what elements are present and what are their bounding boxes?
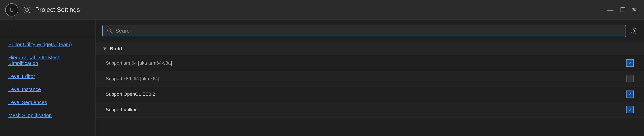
vulkan-checkmark-icon: ✓ xyxy=(628,107,632,113)
search-bar-wrapper xyxy=(102,25,626,37)
build-section-header: ▼ Build xyxy=(96,42,644,55)
search-input[interactable] xyxy=(116,28,622,34)
x86-checkbox[interactable] xyxy=(626,75,634,83)
vulkan-label: Support Vulkan xyxy=(106,107,626,112)
settings-content: ▼ Build Support arm64 [aka arm64-v8a] ✓ … xyxy=(96,42,644,136)
main-layout: ... Editor Utility Widgets (Team) Hierar… xyxy=(0,20,644,136)
sidebar-item-level-instance[interactable]: Level Instance xyxy=(0,83,96,96)
maximize-button[interactable]: ❐ xyxy=(620,7,626,13)
content-area: ▼ Build Support arm64 [aka arm64-v8a] ✓ … xyxy=(96,20,644,136)
opengl-checkbox[interactable]: ✓ xyxy=(626,90,634,98)
title-bar: U Project Settings × — ❐ ✕ xyxy=(0,0,644,20)
settings-row-opengl: Support OpenGL ES3.2 ✓ xyxy=(96,86,644,102)
arm64-checkbox[interactable]: ✓ xyxy=(626,59,634,67)
collapse-arrow-icon[interactable]: ▼ xyxy=(102,46,107,51)
opengl-checkmark-icon: ✓ xyxy=(628,91,632,97)
settings-icon xyxy=(22,5,32,15)
search-bar-container xyxy=(96,20,644,42)
sidebar-item-mesh-simplification[interactable]: Mesh Simplification xyxy=(0,109,96,122)
sidebar: ... Editor Utility Widgets (Team) Hierar… xyxy=(0,20,96,136)
svg-point-2 xyxy=(25,8,28,11)
sidebar-item-editor-utility-widgets[interactable]: Editor Utility Widgets (Team) xyxy=(0,38,96,51)
sidebar-item-top: ... xyxy=(0,23,96,36)
svg-text:U: U xyxy=(10,6,14,13)
minimize-button[interactable]: — xyxy=(608,7,614,13)
sidebar-item-level-sequences[interactable]: Level Sequences xyxy=(0,96,96,109)
arm64-label: Support arm64 [aka arm64-v8a] xyxy=(106,60,626,66)
gear-icon[interactable] xyxy=(629,27,637,35)
opengl-label: Support OpenGL ES3.2 xyxy=(106,91,626,97)
svg-point-5 xyxy=(632,30,634,32)
sidebar-item-level-editor[interactable]: Level Editor xyxy=(0,70,96,83)
vulkan-checkbox[interactable]: ✓ xyxy=(626,106,634,114)
sidebar-item-hierarchical-lod[interactable]: Hierarchical LOD Mesh Simplification xyxy=(0,51,96,70)
settings-row-arm64: Support arm64 [aka arm64-v8a] ✓ xyxy=(96,55,644,71)
window-controls: — ❐ ✕ xyxy=(608,7,637,13)
page-title: Project Settings xyxy=(35,6,624,13)
settings-row-vulkan: Support Vulkan ✓ xyxy=(96,102,644,118)
checkmark-icon: ✓ xyxy=(628,60,632,66)
close-button[interactable]: ✕ xyxy=(632,7,637,13)
settings-row-x86: Support x86_64 [aka x64] xyxy=(96,71,644,86)
x86-label: Support x86_64 [aka x64] xyxy=(106,76,626,81)
build-section-title: Build xyxy=(110,46,122,52)
ue-logo: U xyxy=(5,3,18,16)
svg-line-4 xyxy=(110,32,112,33)
search-icon xyxy=(107,28,113,34)
